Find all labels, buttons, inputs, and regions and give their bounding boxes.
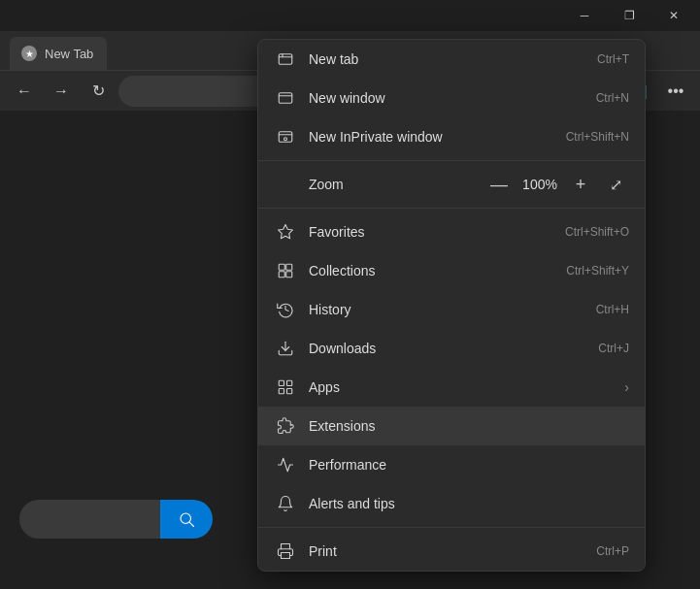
apps-label: Apps	[309, 379, 617, 395]
performance-icon	[274, 453, 297, 476]
menu-item-new-window[interactable]: New window Ctrl+N	[258, 79, 645, 117]
forward-button[interactable]: →	[45, 75, 78, 108]
back-button[interactable]: ←	[8, 75, 41, 108]
favorites-icon	[274, 220, 297, 244]
menu-item-new-tab[interactable]: New tab Ctrl+T	[258, 40, 645, 79]
menu-item-downloads[interactable]: Downloads Ctrl+J	[258, 329, 645, 368]
zoom-value: 100%	[520, 177, 559, 192]
alerts-icon	[274, 492, 297, 515]
svg-rect-16	[279, 380, 283, 385]
collections-shortcut: Ctrl+Shift+Y	[566, 264, 629, 278]
apps-icon	[274, 376, 297, 399]
svg-point-0	[181, 513, 191, 524]
apps-chevron-icon: ›	[624, 379, 629, 395]
title-bar: ─ ❐ ✕	[0, 0, 700, 31]
svg-rect-12	[286, 264, 292, 270]
history-label: History	[309, 302, 596, 317]
context-menu: New tab Ctrl+T New window Ctrl+N New InP…	[257, 39, 646, 572]
divider-3	[258, 527, 645, 528]
new-tab-icon	[274, 48, 297, 71]
new-inprivate-label: New InPrivate window	[309, 129, 566, 145]
search-input[interactable]	[19, 500, 160, 539]
menu-item-history[interactable]: History Ctrl+H	[258, 290, 645, 329]
alerts-label: Alerts and tips	[309, 496, 629, 511]
new-window-label: New window	[309, 90, 596, 106]
zoom-in-button[interactable]: +	[567, 171, 594, 198]
close-button[interactable]: ✕	[651, 0, 696, 31]
history-icon	[274, 298, 297, 321]
new-tab-label: New tab	[309, 51, 597, 67]
downloads-shortcut: Ctrl+J	[598, 342, 629, 355]
collections-label: Collections	[309, 263, 566, 278]
search-icon	[178, 510, 195, 528]
new-tab-shortcut: Ctrl+T	[597, 52, 629, 66]
menu-item-print[interactable]: Print Ctrl+P	[258, 532, 645, 571]
new-inprivate-shortcut: Ctrl+Shift+N	[566, 130, 629, 144]
svg-rect-14	[286, 272, 292, 278]
svg-rect-19	[287, 389, 292, 394]
performance-label: Performance	[309, 457, 629, 473]
menu-item-collections[interactable]: Collections Ctrl+Shift+Y	[258, 251, 645, 290]
menu-item-apps[interactable]: Apps ›	[258, 368, 645, 407]
zoom-out-button[interactable]: —	[485, 171, 513, 198]
print-label: Print	[309, 543, 596, 559]
minimize-button[interactable]: ─	[562, 0, 607, 31]
menu-item-extensions[interactable]: Extensions	[258, 407, 645, 445]
tab-favicon: ★	[21, 46, 37, 61]
history-shortcut: Ctrl+H	[596, 303, 629, 316]
extensions-icon	[274, 414, 297, 438]
svg-marker-10	[279, 225, 293, 239]
refresh-button[interactable]: ↻	[82, 75, 115, 108]
extensions-label: Extensions	[309, 418, 629, 434]
search-button[interactable]	[160, 500, 213, 539]
more-options-button[interactable]: •••	[659, 75, 692, 108]
favorites-shortcut: Ctrl+Shift+O	[565, 225, 629, 239]
menu-item-alerts[interactable]: Alerts and tips	[258, 484, 645, 523]
svg-rect-11	[279, 264, 284, 270]
svg-rect-13	[279, 272, 284, 278]
inprivate-icon	[274, 125, 297, 148]
svg-rect-18	[279, 389, 283, 394]
zoom-controls: — 100% + ⤢	[485, 171, 629, 198]
print-icon	[274, 540, 297, 563]
new-window-icon	[274, 86, 297, 110]
menu-item-performance[interactable]: Performance	[258, 445, 645, 484]
svg-rect-17	[287, 380, 292, 385]
svg-rect-5	[279, 93, 292, 104]
tab-title: New Tab	[45, 47, 93, 61]
divider-1	[258, 160, 645, 161]
downloads-icon	[274, 337, 297, 360]
downloads-label: Downloads	[309, 341, 598, 356]
zoom-expand-button[interactable]: ⤢	[602, 171, 629, 198]
zoom-label: Zoom	[309, 177, 485, 192]
search-area	[19, 497, 228, 540]
svg-point-9	[284, 138, 287, 141]
new-window-shortcut: Ctrl+N	[596, 91, 629, 105]
maximize-button[interactable]: ❐	[607, 0, 651, 31]
svg-rect-2	[279, 54, 292, 65]
collections-icon	[274, 259, 297, 282]
favorites-label: Favorites	[309, 224, 565, 240]
svg-line-1	[189, 522, 193, 526]
zoom-row: Zoom — 100% + ⤢	[258, 165, 645, 204]
print-shortcut: Ctrl+P	[596, 544, 629, 558]
divider-2	[258, 208, 645, 209]
svg-rect-20	[282, 553, 290, 559]
active-tab[interactable]: ★ New Tab	[10, 37, 107, 70]
menu-item-new-inprivate[interactable]: New InPrivate window Ctrl+Shift+N	[258, 117, 645, 156]
menu-item-favorites[interactable]: Favorites Ctrl+Shift+O	[258, 213, 645, 251]
